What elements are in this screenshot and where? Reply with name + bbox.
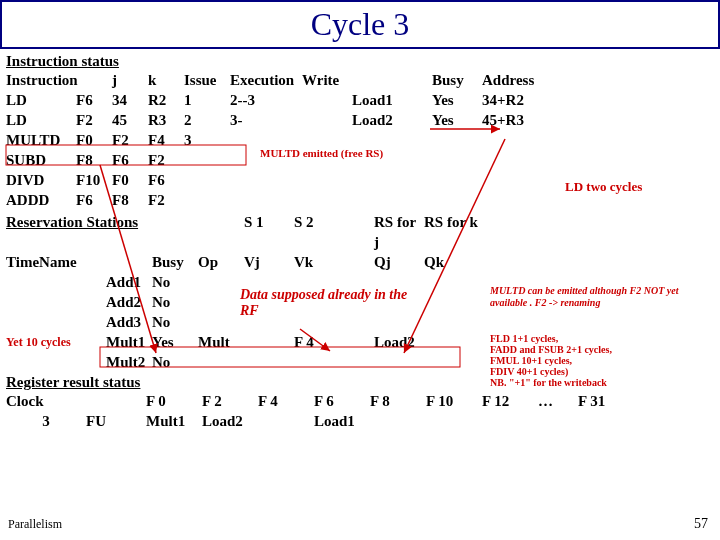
table-row: ADDD xyxy=(6,190,76,210)
table-row: Mult1 xyxy=(106,332,152,352)
table-row: LD xyxy=(6,110,76,130)
col-busy: Busy xyxy=(432,70,482,90)
reservation-stations-heading: Reservation Stations xyxy=(6,212,198,252)
col-issue: Issue xyxy=(184,70,230,90)
instruction-status-heading: Instruction status xyxy=(6,53,714,70)
clock-label: Clock xyxy=(6,391,86,411)
col-execution: Execution xyxy=(230,70,302,90)
col-instruction: Instruction xyxy=(6,70,76,90)
col-rsk: RS for k xyxy=(424,212,494,252)
table-row: Add2 xyxy=(106,292,152,312)
table-row: LD xyxy=(6,90,76,110)
multd-emitted-annotation: MULTD emitted (free RS) xyxy=(260,147,383,159)
data-supposed-annotation: Data supposed already in the RF xyxy=(240,287,410,319)
table-row: MULTD xyxy=(6,130,76,150)
col-address: Address xyxy=(482,70,552,90)
col-j: j xyxy=(112,70,148,90)
table-row: SUBD xyxy=(6,150,76,170)
multd-renaming-annotation: MULTD can be emitted although F2 NOT yet… xyxy=(490,285,710,309)
table-row: Add1 xyxy=(106,272,152,292)
page-title: Cycle 3 xyxy=(2,6,718,43)
ld-two-cycles-annotation: LD two cycles xyxy=(565,179,642,195)
footer-right: 57 xyxy=(694,516,708,532)
fu-label: FU xyxy=(86,411,146,431)
col-rsj: RS for j xyxy=(374,212,424,252)
col-s2: S 2 xyxy=(294,212,374,252)
register-result-table: Clock F 0 F 2 F 4 F 6 F 8 F 10 F 12 … F … xyxy=(6,391,714,431)
col-k: k xyxy=(148,70,184,90)
col-write: Write xyxy=(302,70,352,90)
footer-left: Parallelism xyxy=(8,517,62,532)
latencies-annotation: FLD 1+1 cycles, FADD and FSUB 2+1 cycles… xyxy=(490,333,710,388)
content: Instruction status Instruction j k Issue… xyxy=(0,49,720,431)
yet10-annotation: Yet 10 cycles xyxy=(6,332,106,352)
table-row: Mult2 xyxy=(106,352,152,372)
clock-value: 3 xyxy=(6,411,86,431)
table-row: DIVD xyxy=(6,170,76,190)
title-box: Cycle 3 xyxy=(0,0,720,49)
col-s1: S 1 xyxy=(244,212,294,252)
table-row: Add3 xyxy=(106,312,152,332)
